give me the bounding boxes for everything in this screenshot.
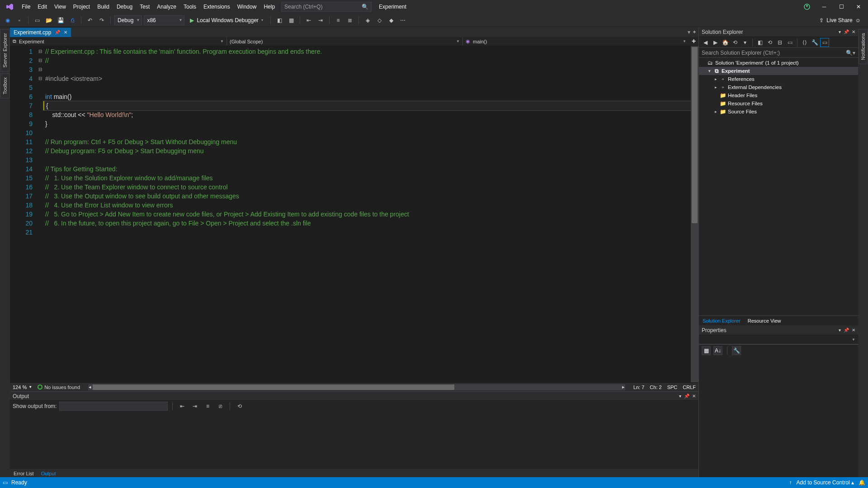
toolbar-icon[interactable]: ⇥: [316, 15, 326, 25]
menu-extensions[interactable]: Extensions: [200, 2, 234, 12]
output-icon[interactable]: ≡: [203, 401, 212, 411]
se-icon[interactable]: ▾: [741, 38, 750, 47]
menu-project[interactable]: Project: [70, 2, 94, 12]
se-sync-icon[interactable]: ⟲: [731, 38, 740, 47]
tree-node[interactable]: 📁Resource Files: [699, 99, 858, 108]
toolbar-icon[interactable]: ≡: [333, 15, 343, 25]
toolbar-icon[interactable]: ◇: [374, 15, 384, 25]
close-icon[interactable]: ✕: [852, 328, 855, 333]
nav-project-combo[interactable]: ⧉Experiment▼: [10, 37, 227, 46]
server-explorer-tab[interactable]: Server Explorer: [0, 29, 9, 71]
document-tab-active[interactable]: Experiment.cpp 📌 ✕: [10, 27, 71, 37]
tab-overflow-icon[interactable]: ▾: [688, 29, 690, 35]
pin-icon[interactable]: 📌: [55, 30, 60, 35]
tab-settings-icon[interactable]: ✦: [692, 29, 697, 35]
close-button[interactable]: ✕: [851, 1, 866, 13]
pin-icon[interactable]: 📌: [844, 29, 849, 34]
toolbox-tab[interactable]: Toolbox: [0, 73, 9, 99]
resource-view-tab[interactable]: Resource View: [744, 317, 785, 324]
editor-scrollbar[interactable]: [691, 46, 698, 382]
output-body[interactable]: [10, 412, 698, 468]
code-editor[interactable]: 123456789101112131415161718192021 ⊟⊟⊟⊟ /…: [10, 46, 698, 382]
menu-build[interactable]: Build: [94, 2, 113, 12]
menu-analyze[interactable]: Analyze: [153, 2, 180, 12]
zoom-level[interactable]: 124 %▼: [13, 385, 32, 390]
feedback-icon[interactable]: ☺: [855, 17, 861, 23]
toolbar-icon[interactable]: ◈: [363, 15, 373, 25]
account-icon[interactable]: [799, 1, 815, 13]
tree-node[interactable]: 🗂Solution 'Experiment' (1 of 1 project): [699, 59, 858, 67]
toolbar-icon[interactable]: ⇤: [304, 15, 314, 25]
new-project-button[interactable]: ▭: [32, 15, 42, 25]
panel-menu-icon[interactable]: ▾: [839, 29, 841, 34]
panel-menu-icon[interactable]: ▾: [679, 394, 681, 399]
menu-window[interactable]: Window: [234, 2, 260, 12]
maximize-button[interactable]: ☐: [834, 1, 849, 13]
se-icon[interactable]: ◧: [755, 38, 764, 47]
toolbar-icon[interactable]: ≣: [345, 15, 355, 25]
forward-button[interactable]: ▫: [14, 15, 24, 25]
menu-help[interactable]: Help: [260, 2, 278, 12]
output-icon[interactable]: ⇤: [177, 401, 187, 411]
close-icon[interactable]: ✕: [692, 394, 696, 399]
solution-explorer-search[interactable]: Search Solution Explorer (Ctrl+;) 🔍▾: [699, 48, 858, 58]
se-icon[interactable]: ⟲: [765, 38, 774, 47]
output-icon[interactable]: ⇥: [190, 401, 200, 411]
undo-button[interactable]: ↶: [85, 15, 95, 25]
close-tab-icon[interactable]: ✕: [64, 30, 67, 35]
output-source-combo[interactable]: [59, 402, 168, 411]
se-home-icon[interactable]: 🏠: [721, 38, 730, 47]
se-collapse-icon[interactable]: ⊟: [775, 38, 784, 47]
se-preview-icon[interactable]: ▭: [820, 38, 829, 47]
start-debug-button[interactable]: ▶Local Windows Debugger▾: [186, 15, 267, 25]
notifications-tab[interactable]: Notifications: [859, 29, 868, 64]
configuration-combo[interactable]: Debug▼: [114, 15, 142, 25]
redo-button[interactable]: ↷: [97, 15, 107, 25]
output-icon[interactable]: ⎚: [215, 401, 225, 411]
toolbar-icon[interactable]: ▦: [286, 15, 296, 25]
editor-hscrollbar[interactable]: ◂▸: [88, 384, 625, 390]
toolbar-icon[interactable]: ◆: [386, 15, 396, 25]
indent-mode[interactable]: SPC: [667, 385, 678, 390]
split-icon[interactable]: ✚: [692, 38, 696, 44]
live-share-button[interactable]: ⇪ Live Share ☺: [815, 17, 865, 23]
menu-edit[interactable]: Edit: [34, 2, 51, 12]
se-back-icon[interactable]: ◀: [701, 38, 710, 47]
tree-node[interactable]: ▾⧉Experiment: [699, 67, 858, 75]
alphabetical-icon[interactable]: A↓: [713, 346, 722, 355]
fold-column[interactable]: ⊟⊟⊟⊟: [37, 46, 43, 382]
tree-node[interactable]: ▸📁Source Files: [699, 108, 858, 116]
props-object-combo[interactable]: ▼: [699, 335, 858, 344]
solution-explorer-tab[interactable]: Solution Explorer: [699, 317, 744, 324]
menu-tools[interactable]: Tools: [180, 2, 200, 12]
menu-file[interactable]: File: [18, 2, 34, 12]
back-button[interactable]: ◉: [3, 15, 13, 25]
output-icon[interactable]: ⟲: [235, 401, 245, 411]
nav-member-combo[interactable]: ◉main()▼✚: [463, 37, 698, 46]
global-search-input[interactable]: Search (Ctrl+Q) 🔍: [281, 2, 372, 12]
error-list-tab[interactable]: Error List: [10, 470, 38, 477]
categorized-icon[interactable]: ▦: [702, 346, 711, 355]
notification-bell-icon[interactable]: 🔔: [859, 479, 865, 486]
issues-indicator[interactable]: No issues found: [38, 385, 80, 390]
minimize-button[interactable]: ─: [816, 1, 832, 13]
solution-tree[interactable]: 🗂Solution 'Experiment' (1 of 1 project)▾…: [699, 58, 858, 315]
tree-node[interactable]: ▸▫References: [699, 75, 858, 83]
menu-test[interactable]: Test: [136, 2, 153, 12]
panel-menu-icon[interactable]: ▾: [839, 328, 841, 333]
save-button[interactable]: 💾: [56, 15, 66, 25]
add-source-control[interactable]: Add to Source Control ▴: [797, 479, 854, 486]
open-file-button[interactable]: 📂: [44, 15, 54, 25]
pin-icon[interactable]: 📌: [684, 394, 689, 399]
toolbar-icon[interactable]: ◧: [274, 15, 284, 25]
platform-combo[interactable]: x86▼: [144, 15, 184, 25]
publish-icon[interactable]: ↑: [789, 479, 792, 486]
menu-debug[interactable]: Debug: [113, 2, 136, 12]
se-properties-icon[interactable]: 🔧: [810, 38, 819, 47]
tree-node[interactable]: ▸▫External Dependencies: [699, 83, 858, 91]
close-icon[interactable]: ✕: [852, 29, 855, 34]
toolbar-icon[interactable]: ⋯: [398, 15, 408, 25]
se-fwd-icon[interactable]: ▶: [711, 38, 720, 47]
tree-node[interactable]: 📁Header Files: [699, 91, 858, 99]
pin-icon[interactable]: 📌: [844, 328, 849, 333]
